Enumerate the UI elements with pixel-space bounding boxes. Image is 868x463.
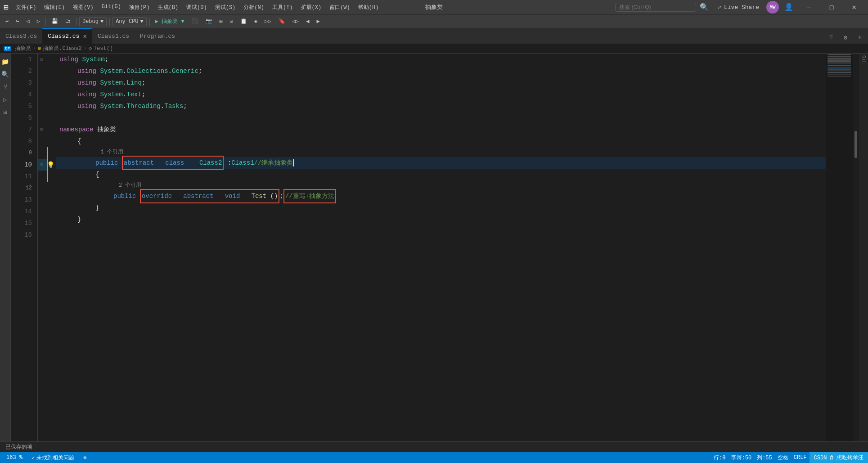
status-filter[interactable]: ⊚ [81, 452, 89, 463]
code-line-4: using System . Text ; [56, 89, 826, 100]
line-num-16: 16 [11, 229, 37, 241]
toolbar-undo[interactable]: ↩ [3, 17, 11, 26]
toolbar-bookmark[interactable]: 🔖 [276, 17, 288, 26]
cpu-dropdown[interactable]: Any CPU ▼ [112, 17, 147, 26]
minimap-l4 [828, 59, 851, 61]
line-num-14: 14 [11, 206, 37, 217]
toolbar-misc2[interactable]: 📷 [203, 17, 215, 26]
activity-git-icon[interactable]: ⑂ [1, 82, 10, 91]
tab-program-label: Program.cs [140, 33, 175, 40]
breadcrumb-class[interactable]: 抽象类.Class2 [43, 45, 81, 52]
code-content[interactable]: using System ; using System . Collection… [56, 54, 826, 441]
menu-analyze[interactable]: 分析(N) [240, 2, 268, 13]
fold-line9[interactable]: ⊟ [40, 162, 43, 167]
search-icon[interactable]: 🔍 [700, 3, 709, 12]
method-test: Test [252, 193, 267, 200]
fold-line7[interactable]: ⊟ [40, 127, 43, 132]
toolbar-misc8[interactable]: ◁▷ [290, 17, 301, 26]
toolbar-misc10[interactable]: ▶ [314, 17, 322, 26]
filter-icon: ⊚ [83, 454, 86, 461]
kw-override: override [142, 193, 172, 200]
tab-class1[interactable]: Class1.cs [92, 28, 135, 44]
scrollbar-thumb[interactable] [855, 131, 857, 158]
type-tasks: Tasks [164, 100, 183, 112]
user-avatar[interactable]: MW [766, 1, 779, 13]
minimap-l5 [828, 61, 851, 63]
activity-explorer-icon[interactable]: 📁 [1, 57, 10, 66]
toolbar-save[interactable]: 💾 [49, 17, 61, 26]
toolbar-misc1[interactable]: ⬛ [189, 17, 201, 26]
run-project-btn[interactable]: ▶ 抽象类 ▼ [153, 17, 187, 26]
close-button[interactable]: ✕ [844, 0, 864, 14]
activity-search-icon[interactable]: 🔍 [1, 70, 10, 79]
status-right: 行:9 字符:50 列:55 空格 CRLF CSDN @ 想吃烤羊汪 [711, 452, 868, 463]
code-line-13: } [56, 214, 826, 225]
status-char[interactable]: 字符:50 [729, 452, 755, 463]
tab-class2[interactable]: Class2.cs ✕ [42, 28, 92, 44]
menu-help[interactable]: 帮助(H) [355, 2, 382, 13]
toolbar-forward[interactable]: ▷ [34, 17, 43, 26]
person-icon[interactable]: 👤 [781, 3, 797, 12]
tab-class2-close[interactable]: ✕ [83, 32, 86, 40]
code-line-11: public override abstract void Test () ; … [56, 190, 826, 202]
activity-extensions-icon[interactable]: ⊞ [1, 108, 10, 117]
toolbar-misc3[interactable]: ⊞ [217, 17, 225, 26]
status-col[interactable]: 列:55 [754, 452, 775, 463]
menu-tools[interactable]: 工具(T) [269, 2, 297, 13]
split-editor-btn[interactable]: + [854, 31, 866, 44]
menu-view[interactable]: 视图(V) [69, 2, 97, 13]
codelens-2-ref: 2 个引用 [119, 180, 141, 191]
restore-button[interactable]: ❐ [821, 0, 842, 14]
menu-build[interactable]: 生成(B) [154, 2, 182, 13]
toolbar-misc7[interactable]: ▷▷ [262, 17, 274, 26]
menu-git[interactable]: Git(G) [98, 2, 125, 13]
minimap-l13 [828, 76, 851, 77]
toolbar-back[interactable]: ◁ [23, 17, 32, 26]
status-zoom[interactable]: 163 % [4, 452, 25, 463]
line-num-11: 11 [11, 171, 37, 182]
debug-config-dropdown[interactable]: Debug ▼ [79, 17, 107, 26]
toolbar-redo[interactable]: ↪ [13, 17, 22, 26]
breadcrumb-project[interactable]: 抽象类 [15, 45, 31, 52]
menu-extensions[interactable]: 扩展(X) [297, 2, 325, 13]
redbox-abstract-class: abstract class Class2 [122, 156, 224, 170]
menu-test[interactable]: 测试(S) [211, 2, 239, 13]
toolbar-misc6[interactable]: ◈ [252, 17, 260, 26]
toolbar-misc9[interactable]: ◀ [303, 17, 312, 26]
vs-logo: ⊞ [4, 2, 9, 12]
minimize-button[interactable]: — [799, 0, 819, 14]
menu-project[interactable]: 项目(P) [126, 2, 153, 13]
breadcrumb-method[interactable]: Test() [94, 45, 113, 52]
toolbar-misc4[interactable]: ⊡ [227, 17, 236, 26]
right-icon-git[interactable]: Git [861, 55, 866, 63]
tab-program[interactable]: Program.cs [135, 28, 180, 44]
minimap-l12 [828, 74, 851, 75]
toolbar-save-all[interactable]: 🗂 [63, 17, 73, 26]
line-num-12: 12 [11, 182, 37, 194]
menu-edit[interactable]: 编辑(E) [40, 2, 68, 13]
toolbar-misc5[interactable]: 📋 [238, 17, 250, 26]
line-num-5: 5 [11, 100, 37, 112]
search-input[interactable] [615, 3, 696, 12]
minimap-l8 [828, 67, 851, 68]
keyword-using-1: using [59, 54, 78, 65]
status-encoding[interactable]: CRLF [791, 452, 810, 463]
status-problems[interactable]: ✓ 未找到相关问题 [29, 452, 77, 463]
menu-debug[interactable]: 调试(D) [183, 2, 211, 13]
tab-class3[interactable]: Class3.cs [0, 28, 42, 44]
fold-line1[interactable]: ⊟ [40, 57, 43, 62]
menu-file[interactable]: 文件(F) [12, 2, 40, 13]
activity-debug-icon[interactable]: ▷ [1, 95, 10, 104]
breadcrumb-cs-icon: C# [4, 46, 11, 51]
new-tab-btn[interactable]: ⚙ [839, 31, 852, 44]
line-num-10: 10 [11, 159, 37, 171]
kw-abstract2: abstract [183, 193, 213, 200]
liveshare-button[interactable]: ⇌ Live Share [712, 0, 765, 14]
menu-window[interactable]: 窗口(W) [326, 2, 354, 13]
indicator-area: 💡 [47, 54, 56, 441]
status-row[interactable]: 行:9 [711, 452, 728, 463]
tab-list-btn[interactable]: ≡ [825, 31, 837, 44]
redbox-comment: //重写+抽象方法 [283, 189, 336, 203]
vertical-scrollbar[interactable] [853, 54, 859, 441]
status-spaces[interactable]: 空格 [775, 452, 791, 463]
